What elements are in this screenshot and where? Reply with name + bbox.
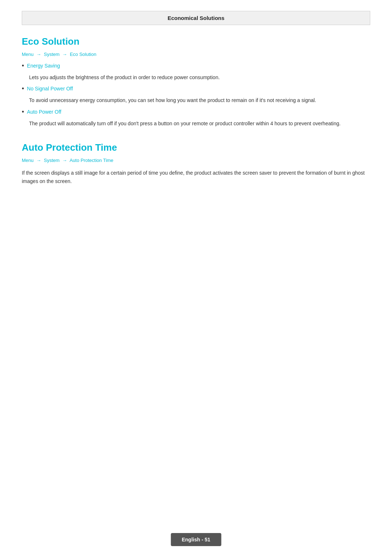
eco-solution-title: Eco Solution <box>22 36 370 47</box>
breadcrumb-arrow-1: → <box>36 52 41 57</box>
energy-saving-link[interactable]: Energy Saving <box>27 63 60 69</box>
bullet-dot: • <box>22 108 24 116</box>
page-wrapper: Economical Solutions Eco Solution Menu →… <box>0 0 392 557</box>
footer-label: English - 51 <box>182 537 211 542</box>
eco-bullet-list-2: • No Signal Power Off <box>22 86 370 93</box>
header-bar: Economical Solutions <box>22 11 370 25</box>
breadcrumb-page: Eco Solution <box>70 52 96 57</box>
breadcrumb-system-apt[interactable]: System <box>44 158 60 163</box>
bullet-dot: • <box>22 62 24 70</box>
auto-protection-breadcrumb: Menu → System → Auto Protection Time <box>22 158 370 163</box>
bullet-dot: • <box>22 85 24 93</box>
list-item: • No Signal Power Off <box>22 86 370 93</box>
breadcrumb-menu[interactable]: Menu <box>22 52 34 57</box>
breadcrumb-arrow-2: → <box>62 52 67 57</box>
no-signal-description: To avoid unnecessary energy consumption,… <box>29 96 370 104</box>
eco-bullet-list: • Energy Saving <box>22 63 370 70</box>
energy-saving-description: Lets you adjusts the brightness of the p… <box>29 73 370 81</box>
list-item: • Energy Saving <box>22 63 370 70</box>
eco-solution-section: Eco Solution Menu → System → Eco Solutio… <box>22 36 370 127</box>
auto-power-off-description: The product will automatically turn off … <box>29 119 370 127</box>
breadcrumb-page-apt: Auto Protection Time <box>70 158 114 163</box>
list-item: • Auto Power Off <box>22 109 370 116</box>
auto-protection-title: Auto Protection Time <box>22 142 370 153</box>
eco-bullet-list-3: • Auto Power Off <box>22 109 370 116</box>
footer: English - 51 <box>171 533 221 546</box>
auto-power-off-link[interactable]: Auto Power Off <box>27 109 61 115</box>
header-title: Economical Solutions <box>168 15 225 21</box>
no-signal-power-off-link[interactable]: No Signal Power Off <box>27 86 73 92</box>
breadcrumb-menu-apt[interactable]: Menu <box>22 158 34 163</box>
auto-protection-description: If the screen displays a still image for… <box>22 169 370 185</box>
eco-solution-breadcrumb: Menu → System → Eco Solution <box>22 52 370 57</box>
auto-protection-section: Auto Protection Time Menu → System → Aut… <box>22 142 370 185</box>
breadcrumb-arrow-apt-1: → <box>36 158 41 163</box>
breadcrumb-system[interactable]: System <box>44 52 60 57</box>
breadcrumb-arrow-apt-2: → <box>62 158 67 163</box>
